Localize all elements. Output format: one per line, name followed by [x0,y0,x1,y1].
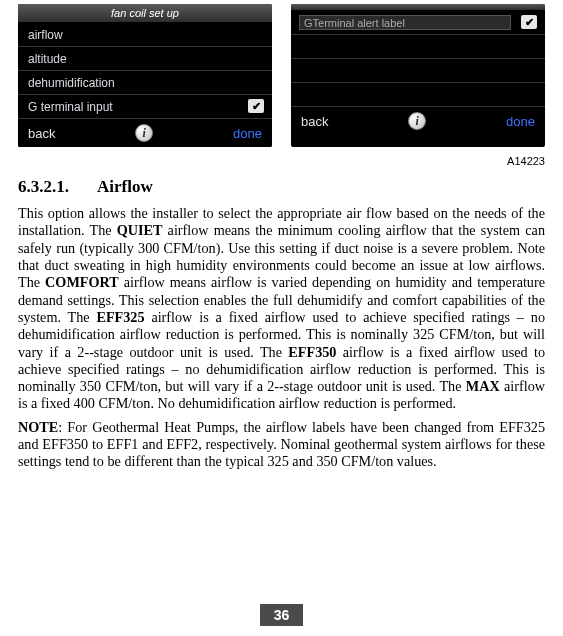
screenshots-row: fan coil set up airflow altitude dehumid… [18,0,545,149]
input-row-gterminal-label[interactable]: GTerminal alert label ✔ [291,11,545,35]
done-button[interactable]: done [233,126,262,141]
bold-eff325: EFF325 [96,309,144,325]
checkmark-icon: ✔ [248,99,264,113]
input-row-empty [291,83,545,107]
screen-right: GTerminal alert label ✔ back i done [291,4,545,147]
input-row-empty [291,35,545,59]
heading-title: Airflow [97,177,153,197]
screen-right-rows: GTerminal alert label ✔ [291,11,545,107]
page-number: 36 [260,604,304,626]
section-heading: 6.3.2.1. Airflow [18,171,545,205]
menu-item-label: dehumidification [28,76,115,90]
menu-item-label: altitude [28,52,67,66]
info-icon[interactable]: i [408,112,426,130]
done-button[interactable]: done [506,114,535,129]
screen-right-title [291,4,545,11]
back-button[interactable]: back [28,126,55,141]
screen-left-title: fan coil set up [18,4,272,23]
menu-item-dehumidification[interactable]: dehumidification [18,71,272,95]
menu-item-label: G terminal input [28,100,113,114]
menu-item-airflow[interactable]: airflow [18,23,272,47]
bold-comfort: COMFORT [45,274,119,290]
screen-left: fan coil set up airflow altitude dehumid… [18,4,272,147]
bold-quiet: QUIET [117,222,163,238]
screen-left-rows: airflow altitude dehumidification G term… [18,23,272,119]
input-row-empty [291,59,545,83]
checkmark-icon: ✔ [521,15,537,29]
menu-item-altitude[interactable]: altitude [18,47,272,71]
heading-number: 6.3.2.1. [18,177,69,197]
menu-item-label: airflow [28,28,63,42]
body-paragraph-2: NOTE: For Geothermal Heat Pumps, the air… [18,419,545,477]
text-input[interactable]: GTerminal alert label [299,15,511,30]
info-icon[interactable]: i [135,124,153,142]
back-button[interactable]: back [301,114,328,129]
bold-eff350: EFF350 [288,344,336,360]
page-number-wrap: 36 [0,604,563,626]
screen-right-bottombar: back i done [291,107,545,135]
bold-note: NOTE [18,419,58,435]
bold-max: MAX [466,378,500,394]
screen-left-bottombar: back i done [18,119,272,147]
figure-label: A14223 [18,149,545,171]
text-input-value: GTerminal alert label [300,17,405,29]
body-paragraph-1: This option allows the installer to sele… [18,205,545,419]
menu-item-g-terminal-input[interactable]: G terminal input ✔ [18,95,272,119]
